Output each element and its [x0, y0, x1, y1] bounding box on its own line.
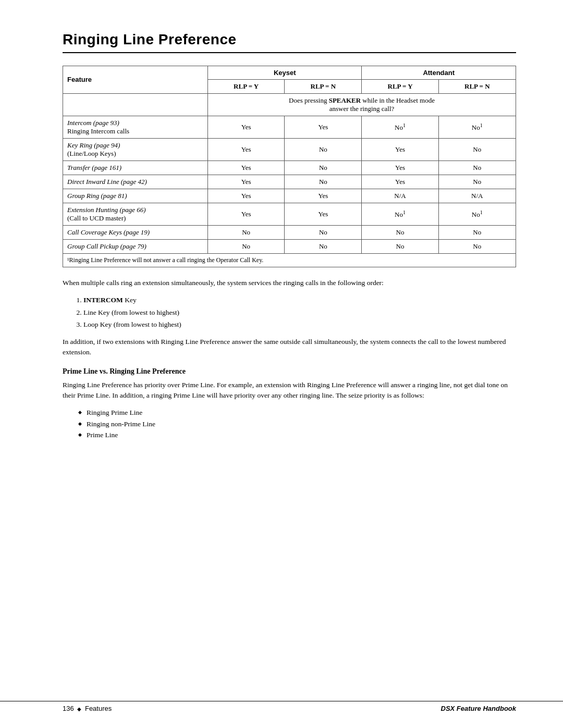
data-cell-3-3: No: [438, 175, 516, 189]
footer-right-label: DSX Feature Handbook: [441, 705, 516, 712]
feature-name: Intercom (page 93): [67, 119, 119, 127]
att-rlp-y-header: RLP = Y: [362, 80, 438, 94]
data-cell-4-1: Yes: [285, 189, 362, 203]
body-para-2: In addition, if two extensions with Ring…: [63, 337, 516, 358]
table-row: Extension Hunting (page 66)(Call to UCD …: [63, 203, 516, 226]
feature-cell-6: Call Coverage Keys (page 19): [63, 226, 208, 240]
feature-name: Extension Hunting (page 66): [67, 206, 146, 214]
page: Ringing Line Preference Feature Keyset A…: [0, 0, 563, 728]
speaker-note-feature-cell: [63, 94, 208, 116]
feature-cell-2: Transfer (page 161): [63, 161, 208, 175]
data-cell-3-0: Yes: [208, 175, 285, 189]
data-cell-7-1: No: [285, 240, 362, 254]
data-cell-7-2: No: [362, 240, 438, 254]
list-item-2: Line Key (from lowest to highest): [83, 307, 516, 318]
feature-cell-3: Direct Inward Line (page 42): [63, 175, 208, 189]
data-cell-5-1: Yes: [285, 203, 362, 226]
data-cell-1-0: Yes: [208, 139, 285, 161]
data-cell-7-3: No: [438, 240, 516, 254]
data-cell-5-3: No1: [438, 203, 516, 226]
rlp-n-header: RLP = N: [285, 80, 362, 94]
footer-page-number: 136: [63, 705, 74, 712]
feature-cell-4: Group Ring (page 81): [63, 189, 208, 203]
table-row: Key Ring (page 94)(Line/Loop Keys)YesNoY…: [63, 139, 516, 161]
data-cell-4-3: N/A: [438, 189, 516, 203]
body-para-1: When multiple calls ring an extension si…: [63, 278, 516, 288]
data-cell-3-1: No: [285, 175, 362, 189]
bullet-item-2: Prime Line: [78, 429, 516, 441]
feature-cell-1: Key Ring (page 94)(Line/Loop Keys): [63, 139, 208, 161]
table-row: Group Call Pickup (page 79)NoNoNoNo: [63, 240, 516, 254]
footnote-cell: ¹Ringing Line Preference will not answer…: [63, 254, 516, 267]
feature-col-header: Feature: [63, 66, 208, 94]
feature-name: Transfer (page 161): [67, 164, 121, 171]
data-cell-4-2: N/A: [362, 189, 438, 203]
feature-label: Feature: [67, 76, 92, 83]
feature-name: Direct Inward Line (page 42): [67, 178, 147, 186]
data-cell-2-3: No: [438, 161, 516, 175]
feature-cell-7: Group Call Pickup (page 79): [63, 240, 208, 254]
data-cell-1-2: Yes: [362, 139, 438, 161]
feature-name: Key Ring (page 94): [67, 141, 120, 149]
data-cell-6-1: No: [285, 226, 362, 240]
data-cell-0-2: No1: [362, 116, 438, 139]
data-cell-0-0: Yes: [208, 116, 285, 139]
footer-left-label: Features: [85, 705, 112, 712]
data-cell-5-2: No1: [362, 203, 438, 226]
intercom-rest: Key: [125, 296, 137, 304]
data-cell-3-2: Yes: [362, 175, 438, 189]
bullet-list: Ringing Prime LineRinging non-Prime Line…: [78, 407, 516, 441]
feature-name: Call Coverage Keys (page 19): [67, 228, 150, 236]
section-para: Ringing Line Preference has priority ove…: [63, 380, 516, 401]
feature-table: Feature Keyset Attendant RLP = Y RLP = N…: [63, 66, 516, 267]
keyset-header: Keyset: [208, 66, 362, 80]
list-item-1: INTERCOM Key: [83, 294, 516, 306]
list-item-3: Loop Key (from lowest to highest): [83, 319, 516, 330]
list-item-3-text: Loop Key (from lowest to highest): [83, 320, 181, 328]
data-cell-2-2: Yes: [362, 161, 438, 175]
footer-left: 136 ◆ Features: [63, 705, 112, 712]
data-cell-0-3: No1: [438, 116, 516, 139]
speaker-note-cell: Does pressing SPEAKER while in the Heads…: [208, 94, 516, 116]
data-cell-2-0: Yes: [208, 161, 285, 175]
table-row: Transfer (page 161)YesNoYesNo: [63, 161, 516, 175]
list-item-2-text: Line Key (from lowest to highest): [83, 309, 179, 316]
att-rlp-n-header: RLP = N: [438, 80, 516, 94]
data-cell-2-1: No: [285, 161, 362, 175]
speaker-bold: SPEAKER: [329, 96, 361, 104]
feature-name: Group Call Pickup (page 79): [67, 242, 146, 250]
page-title: Ringing Line Preference: [63, 31, 516, 48]
feature-cell-5: Extension Hunting (page 66)(Call to UCD …: [63, 203, 208, 226]
bullet-item-0: Ringing Prime Line: [78, 407, 516, 418]
intercom-bold: INTERCOM: [83, 296, 123, 304]
title-rule: [63, 52, 516, 53]
section-heading: Prime Line vs. Ringing Line Preference: [63, 367, 516, 376]
data-cell-6-3: No: [438, 226, 516, 240]
data-cell-5-0: Yes: [208, 203, 285, 226]
feature-name: Group Ring (page 81): [67, 192, 127, 200]
data-cell-7-0: No: [208, 240, 285, 254]
data-cell-6-0: No: [208, 226, 285, 240]
feature-cell-0: Intercom (page 93)Ringing Intercom calls: [63, 116, 208, 139]
footnote-row: ¹Ringing Line Preference will not answer…: [63, 254, 516, 267]
table-row: Direct Inward Line (page 42)YesNoYesNo: [63, 175, 516, 189]
page-footer: 136 ◆ Features DSX Feature Handbook: [0, 701, 563, 712]
bullet-item-1: Ringing non-Prime Line: [78, 418, 516, 430]
footer-diamond: ◆: [77, 706, 81, 712]
attendant-header: Attendant: [362, 66, 516, 80]
data-cell-1-3: No: [438, 139, 516, 161]
table-row: Group Ring (page 81)YesYesN/AN/A: [63, 189, 516, 203]
data-cell-1-1: No: [285, 139, 362, 161]
ordered-list: INTERCOM Key Line Key (from lowest to hi…: [83, 294, 516, 330]
table-row: Intercom (page 93)Ringing Intercom calls…: [63, 116, 516, 139]
table-row: Call Coverage Keys (page 19)NoNoNoNo: [63, 226, 516, 240]
rlp-y-header: RLP = Y: [208, 80, 285, 94]
data-cell-0-1: Yes: [285, 116, 362, 139]
data-cell-6-2: No: [362, 226, 438, 240]
data-cell-4-0: Yes: [208, 189, 285, 203]
